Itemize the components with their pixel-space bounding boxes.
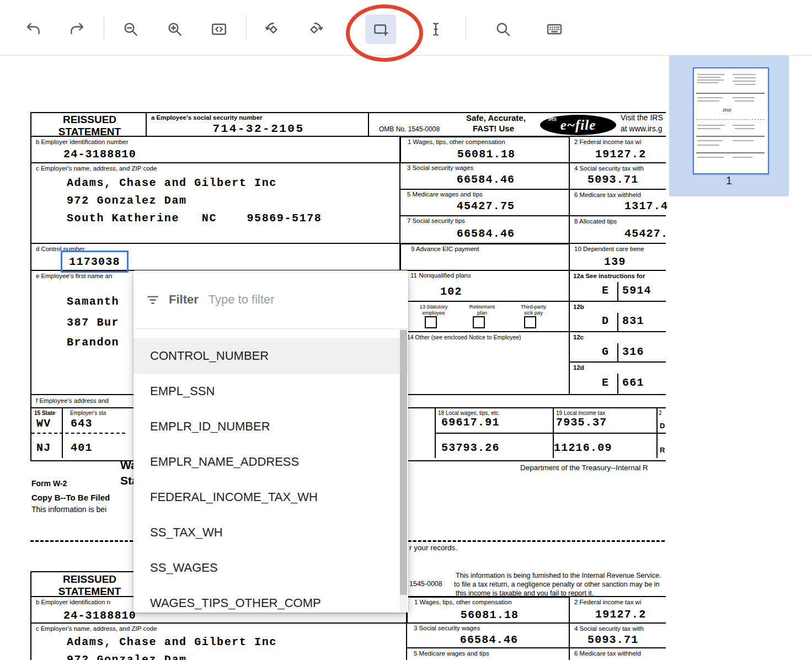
third-party-sick-pay-checkbox (524, 316, 536, 328)
ss-wages-value: 66584.46 (400, 173, 571, 186)
box-6-label-2: 6 Medicare tax withheld (574, 650, 641, 657)
page-1-thumbnail[interactable]: 2010 (693, 67, 769, 174)
amount-12c: 316 (622, 345, 644, 358)
ein-value-2: 24-3188810 (63, 609, 136, 622)
box-5-medicare-wages-2: 5 Medicare wages and tips (406, 647, 572, 660)
locality-header: 2 (659, 410, 662, 416)
amount-12a: 5914 (622, 284, 651, 297)
popup-scrollbar-track[interactable] (400, 329, 407, 613)
box-11-label: 11 Nonqualified plans (410, 272, 471, 279)
ss-wages-value-2: 66584.46 (407, 634, 571, 646)
field-option-empl-ssn[interactable]: EMPL_SSN (133, 374, 408, 409)
page-number-label: 1 (669, 174, 789, 187)
control-number-value: 1173038 (69, 256, 120, 268)
field-option-ss-tax-wh[interactable]: SS_TAX_WH (133, 515, 408, 550)
box-12b-divider (617, 313, 618, 332)
statutory-employee-label: 13 Statutoryemployee (410, 304, 457, 316)
ssn-value: 714-32-2105 (147, 123, 370, 135)
control-number-region-highlight[interactable]: 1173038 (61, 251, 129, 273)
rotate-left-icon (265, 21, 281, 38)
field-filter-popup: Filter CONTROL_NUMBER EMPL_SSN EMPLR_ID_… (133, 270, 408, 613)
amount-12d: 661 (622, 376, 644, 389)
field-option-control-number[interactable]: CONTROL_NUMBER (133, 338, 408, 374)
code-12d: E (602, 376, 609, 389)
reissued-label-2: REISSUED (63, 573, 116, 586)
keyboard-button[interactable] (539, 14, 570, 44)
box-1-label-2: 1 Wages, tips, other compensation (414, 599, 512, 605)
popup-scrollbar-thumb[interactable] (400, 330, 407, 595)
department-label: Department of the Treasury--Internal R (520, 464, 648, 472)
fit-to-width-icon (211, 21, 227, 38)
reissued-label: REISSUED (63, 114, 116, 126)
add-region-button[interactable] (365, 14, 396, 44)
box-f-label: f Employee's address and (36, 397, 109, 404)
omb-label: OMB No. 1545-0008 (379, 125, 440, 133)
toolbar (0, 0, 812, 56)
statutory-employee-checkbox (425, 316, 437, 328)
box-b-ein: b Employer identification number 24-3188… (30, 136, 403, 166)
box-6-medicare-tax: 6 Medicare tax withheld 1317.4 (569, 189, 666, 218)
allocated-tips-value: 45427. (624, 227, 668, 240)
zoom-in-icon (167, 21, 183, 38)
thumbnail-year: 2010 (723, 108, 731, 112)
form-w2-label: Form W-2 (31, 479, 67, 488)
box-12d-divider (617, 374, 618, 394)
box-14-other: 14 Other (see enclosed Notice to Employe… (399, 331, 572, 397)
field-option-emplr-name-address[interactable]: EMPLR_NAME_ADDRESS (133, 444, 408, 480)
nonqualified-value: 102 (440, 285, 462, 298)
box-8-label: 8 Allocated tips (574, 218, 617, 225)
box-c-employer-2: c Employer's name, address, and ZIP code… (30, 622, 409, 660)
medicare-wages-value: 45427.75 (400, 200, 571, 212)
undo-button[interactable] (18, 14, 49, 44)
field-option-ss-wages[interactable]: SS_WAGES (133, 550, 408, 586)
local-tax-value: 7935.37 (556, 416, 607, 429)
box-b-label-2: b Employer identification n (36, 599, 110, 605)
rotate-left-button[interactable] (258, 14, 289, 44)
box-2-fed-tax: 2 Federal income tax wi 19127.2 (569, 136, 666, 166)
retirement-plan-label: Retirementplan (459, 304, 505, 316)
employee-street: 387 Bur (67, 316, 119, 329)
notice-line-2: to file a tax return, a negligence penal… (454, 581, 659, 588)
efile-text: e~file (560, 118, 596, 133)
local-wages-value: 69617.91 (441, 416, 500, 429)
employer-name-2: Adams, Chase and Gilbert Inc (67, 636, 277, 648)
box-6-medicare-tax-2: 6 Medicare tax withheld (569, 647, 666, 660)
local-wages-value: 53793.26 (441, 441, 500, 454)
ss-tips-value: 66584.46 (400, 227, 571, 240)
employer-name: Adams, Chase and Gilbert Inc (67, 177, 277, 189)
code-12c: G (602, 345, 609, 358)
filter-header: Filter (133, 270, 408, 329)
wages-value: 56081.18 (401, 148, 571, 161)
text-select-button[interactable] (420, 14, 451, 44)
box-14-label: 14 Other (see enclosed Notice to Employe… (407, 334, 521, 340)
box-12c-divider (617, 343, 618, 363)
state-id-value: 401 (71, 441, 93, 454)
box-3-ss-wages: 3 Social security wages 66584.46 (399, 162, 572, 191)
box-3-label: 3 Social security wages (407, 164, 473, 171)
rotate-right-button[interactable] (299, 14, 330, 44)
efile-irs-text: IRS (548, 116, 557, 122)
info-line: This information is bei (31, 505, 106, 514)
zoom-out-button[interactable] (115, 14, 146, 44)
copy-b-label: Copy B--To Be Filed (31, 493, 110, 502)
omb-fragment-2: 1545-0008 (409, 580, 442, 588)
employee-name: Samanth (67, 295, 119, 308)
field-option-wages-tips-other-comp[interactable]: WAGES_TIPS_OTHER_COMP (133, 586, 408, 613)
fit-to-width-button[interactable] (204, 14, 234, 44)
box-2-label: 2 Federal income tax wi (574, 139, 641, 145)
zoom-in-button[interactable] (159, 14, 190, 44)
filter-icon (146, 292, 160, 307)
search-button[interactable] (488, 14, 519, 44)
toolbar-divider (246, 15, 247, 40)
employer-street-2: 972 Gonzalez Dam (67, 653, 187, 660)
box-6-label: 6 Medicare tax withheld (574, 191, 641, 198)
fed-tax-value-2: 19127.2 (595, 608, 646, 621)
field-option-federal-income-tax-wh[interactable]: FEDERAL_INCOME_TAX_WH (133, 480, 408, 515)
field-option-emplr-id-number[interactable]: EMPLR_ID_NUMBER (133, 409, 408, 444)
filter-input[interactable] (207, 292, 375, 307)
third-party-sick-pay-label: Third-partysick pay (510, 304, 557, 316)
fed-tax-value: 19127.2 (595, 148, 646, 161)
ss-tax-value: 5093.71 (587, 173, 638, 186)
fast-use-label: FAST! Use (473, 124, 514, 133)
redo-button[interactable] (62, 14, 93, 44)
